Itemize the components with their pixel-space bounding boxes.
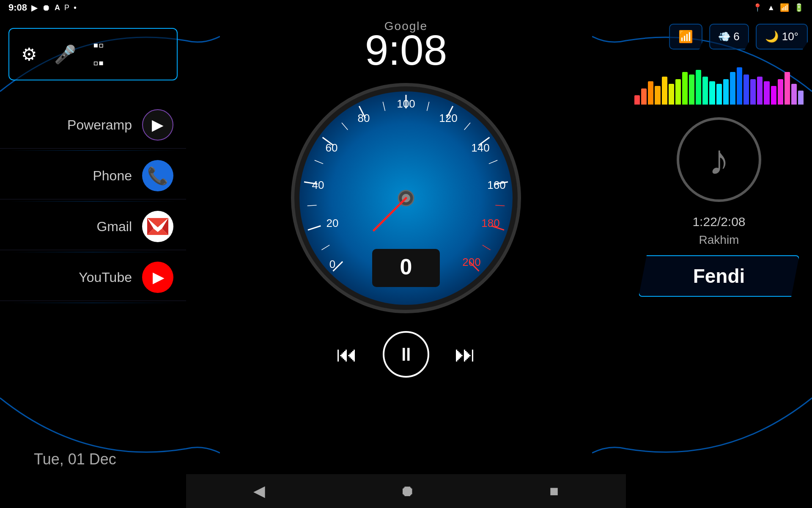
speed-value: 0 (400, 254, 412, 279)
back-button[interactable]: ◀ (253, 482, 265, 500)
speed-label-180: 180 (481, 217, 499, 229)
separator-1 (9, 150, 177, 151)
speedometer-wrap: 0 20 40 60 80 100 120 140 160 180 200 (288, 80, 524, 318)
eq-bar (791, 84, 797, 105)
music-note-icon: ♪ (708, 135, 730, 184)
app-item-phone[interactable]: Phone 📞 (0, 152, 186, 199)
eq-bar (737, 67, 742, 105)
eq-bar (689, 75, 694, 105)
next-button[interactable]: ⏭ (455, 342, 476, 367)
speed-label-120: 120 (439, 112, 457, 124)
app-name-poweramp: Poweramp (4, 117, 132, 133)
separator-2 (9, 201, 177, 202)
app-list: Poweramp ▶ Phone 📞 Gmail (0, 102, 186, 438)
eq-bar (798, 91, 804, 105)
wifi-status-icon: ▲ (767, 3, 775, 12)
eq-bar (778, 79, 783, 105)
wind-icon: 💨 (719, 31, 730, 42)
eq-bar (696, 70, 701, 105)
track-artist: Rakhim (699, 233, 739, 247)
location-status-icon: 📍 (753, 3, 762, 12)
app-name-phone: Phone (4, 168, 132, 184)
poweramp-icon: ▶ (142, 109, 173, 141)
eq-bar (702, 77, 708, 105)
date-display: Tue, 01 Dec (25, 438, 186, 481)
moon-icon: 🌙 (765, 30, 779, 43)
time-display: 9:08 (365, 29, 447, 71)
temp-value: 10° (782, 30, 798, 43)
app-name-youtube: YouTube (4, 270, 132, 285)
speed-label-100: 100 (397, 97, 415, 110)
phone-icon: 📞 (142, 160, 173, 191)
separator-3 (9, 252, 177, 252)
signal-status-icon: 📶 (780, 3, 789, 12)
eq-bar (641, 88, 647, 105)
speed-label-160: 160 (487, 179, 505, 191)
speed-label-40: 40 (312, 179, 324, 191)
a-icon: A (55, 3, 60, 12)
center-panel: Google 9:08 (186, 15, 626, 481)
weather-widget[interactable]: 🌙 10° (756, 24, 808, 50)
google-time: Google 9:08 (365, 19, 447, 71)
eq-bar (634, 95, 640, 105)
eq-bar (682, 72, 688, 105)
youtube-icon: ▶ (142, 262, 173, 293)
gmail-icon (142, 211, 173, 242)
play-status-icon: ▶ (31, 3, 38, 13)
eq-bar (771, 86, 776, 105)
eq-bar (675, 79, 681, 105)
eq-bar (757, 77, 763, 105)
app-item-poweramp[interactable]: Poweramp ▶ (0, 102, 186, 149)
speed-label-80: 80 (358, 112, 370, 124)
separator-4 (9, 303, 177, 303)
pause-icon: ⏸ (397, 344, 415, 365)
eq-bar (743, 75, 749, 105)
speed-label-140: 140 (471, 141, 489, 154)
eq-bar (709, 81, 715, 105)
eq-bar (648, 81, 653, 105)
eq-bar (730, 72, 735, 105)
battery-status-icon: 🔋 (794, 3, 804, 12)
speed-label-20: 20 (326, 217, 339, 229)
app-name-gmail: Gmail (4, 219, 132, 235)
play-pause-button[interactable]: ⏸ (383, 331, 429, 378)
toolbar: ⚙ 🎤 ▪▫▫▪ (8, 28, 178, 80)
eq-bar (716, 84, 722, 105)
eq-bar (785, 72, 790, 105)
equalizer (630, 66, 808, 105)
status-left-icons: 9:08 ▶ ⏺ A P • (8, 2, 77, 13)
prev-button[interactable]: ⏮ (336, 342, 357, 367)
status-bar: 9:08 ▶ ⏺ A P • 📍 ▲ 📶 🔋 (0, 0, 812, 15)
status-icons: 📶 💨 6 🌙 10° (669, 24, 808, 50)
speed-label-200: 200 (462, 256, 480, 268)
eq-bar (723, 79, 729, 105)
speed-label-0: 0 (329, 258, 335, 271)
app-item-gmail[interactable]: Gmail (0, 203, 186, 250)
settings-icon[interactable]: ⚙ (21, 44, 37, 65)
circle-icon: ⏺ (42, 3, 50, 13)
eq-bar (764, 81, 769, 105)
speed-label-60: 60 (326, 141, 338, 154)
media-controls: ⏮ ⏸ ⏭ (336, 331, 476, 378)
p-icon: P (64, 3, 69, 12)
wifi-icon: 📶 (678, 30, 693, 44)
time-small: 9:08 (8, 2, 27, 13)
nav-bar: ◀ ⏺ ■ (186, 474, 626, 508)
eq-bar (655, 86, 660, 105)
app-item-youtube[interactable]: YouTube ▶ (0, 254, 186, 301)
right-panel: 📶 💨 6 🌙 10° ♪ 1:22/2:08 Rakhim Fendi (626, 15, 812, 481)
wifi-widget[interactable]: 📶 (669, 24, 702, 50)
recent-button[interactable]: ■ (549, 482, 559, 500)
music-icon-wrap[interactable]: ♪ (677, 117, 761, 202)
dot-icon: • (74, 3, 77, 13)
eq-bar (750, 79, 756, 105)
track-title: Fendi (639, 255, 799, 297)
wind-widget[interactable]: 💨 6 (709, 24, 749, 50)
status-right-icons: 📍 ▲ 📶 🔋 (753, 3, 804, 12)
microphone-icon[interactable]: 🎤 (54, 44, 76, 65)
speedometer-svg: 0 20 40 60 80 100 120 140 160 180 200 (288, 80, 524, 317)
eq-bar (669, 84, 674, 105)
home-button[interactable]: ⏺ (400, 482, 415, 500)
track-time: 1:22/2:08 (692, 215, 745, 229)
grid-icon[interactable]: ▪▫▫▪ (93, 36, 104, 72)
